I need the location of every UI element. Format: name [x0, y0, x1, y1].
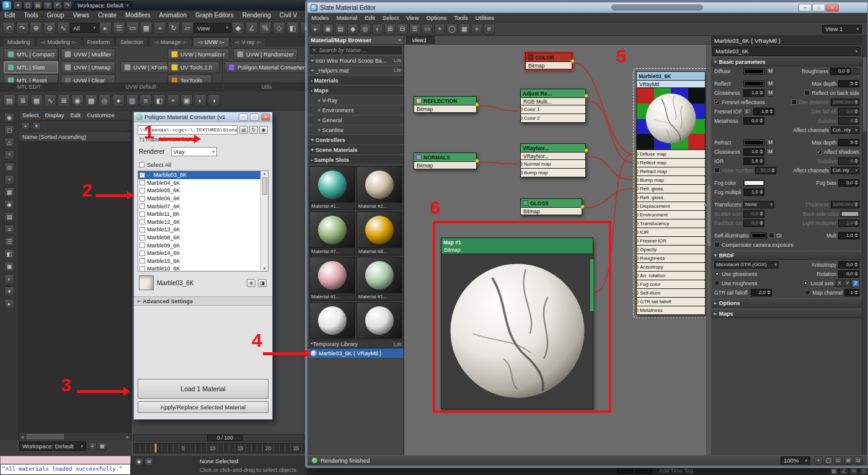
socket[interactable]	[636, 291, 639, 295]
spinner-1-0[interactable]: 1,0	[838, 220, 859, 227]
sample-slot-2[interactable]: Material #2...	[356, 166, 402, 210]
pick-material-icon[interactable]: ◉	[322, 24, 334, 35]
socket[interactable]	[636, 256, 639, 260]
workspace-selector[interactable]: Workspace: Default	[74, 1, 132, 9]
browse-folder-icon[interactable]: ▤	[239, 126, 248, 134]
save-file-icon[interactable]: ▽	[43, 1, 52, 9]
spinner-0-0[interactable]: 0,0	[743, 210, 764, 218]
minimize-button[interactable]: ─	[239, 113, 248, 121]
3dsmax-logo-icon[interactable]: 3	[2, 1, 11, 10]
view-tab[interactable]: View1	[406, 36, 435, 44]
spinner-1-6[interactable]: 1,6	[753, 108, 774, 115]
menu-create[interactable]: Create	[94, 11, 121, 19]
node-slot-opacity[interactable]: Opacity	[636, 246, 706, 254]
percent-snap-icon[interactable]: %	[259, 22, 272, 34]
align-tool-icon[interactable]: ≡	[140, 94, 152, 107]
node-slot-self-illum[interactable]: Self-illum	[636, 289, 706, 298]
checkbox-compensate-camera-exposure[interactable]: Compensate camera exposure	[714, 242, 794, 248]
color-swatch[interactable]	[743, 68, 764, 74]
select-all-box[interactable]	[139, 162, 144, 167]
node-marble03-6k-vraymtl[interactable]: Marble03_6KVRayMtlDiffuse mapReflect map…	[636, 71, 706, 315]
output-socket[interactable]	[704, 203, 706, 207]
sample-slot-6[interactable]: Material #1...	[356, 257, 402, 301]
checkbox-dim-distance[interactable]: Dim distance	[791, 99, 829, 105]
color-swatch[interactable]	[743, 180, 764, 186]
checkbox-reflect-on-back-side[interactable]: Reflect on back side	[804, 90, 859, 96]
display-shapes-icon[interactable]: △	[4, 138, 14, 148]
explorer-column-header[interactable]: Name (Sorted Ascending)	[19, 132, 131, 142]
node-slot-roughness[interactable]: Roughness	[636, 254, 706, 263]
socket[interactable]	[475, 159, 479, 163]
spinner-0-0[interactable]: 0,0	[743, 220, 764, 227]
socket[interactable]	[636, 161, 639, 165]
spinner-50-0[interactable]: 50,0	[755, 167, 776, 174]
sample-slot-8[interactable]	[356, 302, 402, 340]
zoom-view-icon[interactable]: ◯	[824, 456, 833, 464]
axis-button-z[interactable]: Z	[852, 280, 859, 287]
refresh-icon[interactable]: ↻	[249, 126, 258, 134]
node-slot-reflect-map[interactable]: Reflect map	[636, 159, 706, 167]
selection-region-icon[interactable]: ▭	[126, 22, 139, 34]
assign-material-icon[interactable]: ◆	[347, 24, 358, 35]
material-checkbox[interactable]	[140, 180, 145, 185]
checkbox-abbe-number[interactable]: Abbe number	[714, 167, 753, 174]
snaps-toggle-icon[interactable]: ◆	[232, 22, 244, 34]
undo-icon[interactable]: ↶	[53, 1, 62, 9]
axis-button-x[interactable]: X	[836, 280, 843, 287]
spinner-8[interactable]: 8	[838, 117, 859, 125]
radio-dot[interactable]	[803, 280, 808, 286]
material-checkbox[interactable]	[140, 251, 145, 256]
checkbox-gi[interactable]: GI	[769, 233, 782, 239]
rendered-frame-icon[interactable]: ◎	[99, 94, 111, 107]
node-slot-translucency[interactable]: Translucency	[636, 220, 706, 228]
radio-dot[interactable]	[714, 280, 720, 286]
manage-layers-icon[interactable]: ▣	[180, 94, 193, 107]
params-scrollbar[interactable]	[862, 36, 867, 455]
material-row-marble05-6k[interactable]: Marble05_6K	[138, 187, 260, 195]
spinner-1000-0mm[interactable]: 1000,0mm	[831, 201, 859, 208]
layout-all-icon[interactable]: ⊞	[384, 24, 396, 35]
spinner-1000-0mm[interactable]: 1000,0mm	[831, 99, 859, 106]
socket[interactable]	[636, 213, 639, 217]
slate-menu-material[interactable]: Material	[333, 14, 361, 22]
browser-item-v-ray[interactable]: + V-Ray	[308, 95, 404, 105]
ribbon-tab-modeling[interactable]: Modeling	[2, 37, 35, 47]
dropdown-col-nly[interactable]: Col...nly	[831, 127, 859, 134]
checkbox-box[interactable]	[714, 242, 720, 247]
bind-spacewarp-icon[interactable]: ∿	[57, 22, 69, 34]
explorer-menu-display[interactable]: Display	[42, 111, 67, 119]
pan-view-icon[interactable]: +	[814, 456, 823, 464]
menu-views[interactable]: Views	[68, 11, 94, 19]
material-row-marble08-6k[interactable]: Marble08_6K	[138, 234, 260, 242]
rollout-options[interactable]: Options	[711, 298, 862, 308]
sample-slot-1[interactable]: Material #1...	[309, 166, 355, 210]
spinner-0-0[interactable]: 0,0	[838, 270, 859, 278]
material-row-marble10-6k[interactable]: Marble10_6K	[138, 265, 260, 271]
ribbon-tab-v-ray[interactable]: -= V-ray =-	[230, 37, 267, 47]
watch-folder-icon[interactable]: ◉	[259, 126, 268, 134]
node-adjust-re[interactable]: Adjust Re...RGB Multi...Color 1Color 2	[520, 89, 586, 123]
listener-macro-row[interactable]	[0, 456, 131, 464]
socket[interactable]	[636, 308, 639, 313]
material-row-marble14-6k[interactable]: Marble14_6K	[138, 249, 260, 257]
map-shortcut-button-m[interactable]: M	[766, 80, 774, 87]
display-lights-icon[interactable]: *	[4, 150, 14, 160]
material-row-marble04-6k[interactable]: Marble04_6K	[138, 179, 260, 187]
spinner-0-0[interactable]: 0,0	[838, 108, 859, 115]
maximize-button[interactable]: □	[812, 4, 825, 12]
load-material-button[interactable]: Load 1 Material	[138, 379, 268, 399]
spinner-5[interactable]: 5	[838, 139, 859, 146]
scroll-thumb[interactable]	[27, 434, 64, 439]
select-all-checkbox[interactable]: Select All	[139, 161, 267, 168]
menu-modifiers[interactable]: Modifiers	[121, 11, 155, 19]
menu-graph-editors[interactable]: Graph Editors	[191, 11, 238, 19]
radio-map-channel[interactable]: Map channel	[805, 290, 843, 296]
socket[interactable]	[636, 230, 639, 234]
dropdown-col-nly[interactable]: Col..nly	[831, 167, 859, 174]
render-production-icon[interactable]: ●	[112, 94, 125, 107]
filter-icon[interactable]: ▼	[32, 122, 41, 130]
color-swatch[interactable]	[743, 140, 764, 146]
select-rotate-icon[interactable]: ↻	[167, 22, 180, 34]
spinner-1-6[interactable]: 1,6	[743, 158, 764, 165]
rollout-basic-parameters[interactable]: Basic parameters	[711, 57, 862, 66]
